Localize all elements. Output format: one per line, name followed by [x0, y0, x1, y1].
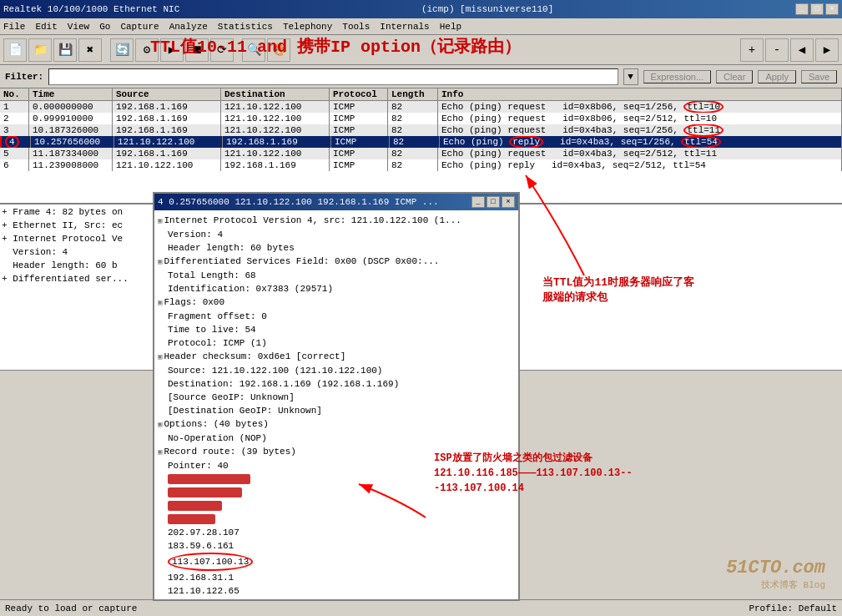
bottom-detail-panel: + Frame 4: 82 bytes on + Ethernet II, Sr… [0, 204, 167, 370]
menu-bar: File Edit View Go Capture Analyze Statis… [0, 18, 842, 35]
table-row[interactable]: 6 11.239008000 121.10.122.100 192.168.1.… [0, 159, 842, 171]
detail-line-ip5: 202.97.28.107 [158, 526, 515, 539]
toolbar-fwd[interactable]: ▶ [815, 38, 839, 62]
menu-analyze[interactable]: Analyze [169, 22, 208, 32]
menu-tools[interactable]: Tools [342, 22, 370, 32]
detail-close-button[interactable]: × [502, 196, 515, 208]
cell-dst: 121.10.122.100 [221, 124, 330, 136]
cell-len: 82 [390, 136, 440, 148]
cell-info: Echo (ping) request id=0x8b06, seq=1/256… [438, 101, 842, 113]
menu-edit[interactable]: Edit [35, 22, 57, 32]
cell-no: 3 [0, 124, 29, 136]
cell-src: 192.168.1.169 [113, 124, 221, 136]
table-row[interactable]: 5 11.187334000 192.168.1.169 121.10.122.… [0, 148, 842, 159]
status-bar: Ready to load or capture Profile: Defaul… [0, 599, 842, 616]
toolbar-reload[interactable]: 🔄 [110, 38, 134, 62]
cell-dst: 192.168.1.169 [221, 159, 330, 171]
cell-time: 0.000000000 [29, 101, 113, 113]
menu-capture[interactable]: Capture [120, 22, 159, 32]
cell-len: 82 [388, 159, 438, 171]
watermark: 51CTO.com 技术博客 Blog [726, 558, 825, 591]
menu-statistics[interactable]: Statistics [218, 22, 273, 32]
menu-telephony[interactable]: Telephony [283, 22, 332, 32]
toolbar-save[interactable]: 💾 [53, 38, 77, 62]
detail-line-ip7: 113.107.100.13 [158, 553, 515, 571]
cell-src: 192.168.1.169 [113, 101, 221, 113]
col-length: Length [388, 88, 438, 100]
detail-dialog-title: 4 0.257656000 121.10.122.100 192.168.1.1… [154, 194, 518, 210]
table-row[interactable]: 4 10.257656000 121.10.122.100 192.168.1.… [0, 136, 842, 148]
table-row[interactable]: 1 0.000000000 192.168.1.169 121.10.122.1… [0, 101, 842, 113]
cell-proto: ICMP [330, 159, 388, 171]
cell-no: 1 [0, 101, 29, 113]
clear-button[interactable]: Clear [716, 70, 753, 83]
detail-line-ip4 [158, 512, 515, 526]
detail-minimize-button[interactable]: _ [471, 196, 485, 208]
col-info: Info [438, 88, 842, 100]
detail-dialog-content: ▣Internet Protocol Version 4, src: 121.1… [154, 210, 518, 599]
toolbar-zoom-out[interactable]: - [765, 38, 789, 62]
cell-no: 6 [0, 159, 29, 171]
menu-go[interactable]: Go [99, 22, 110, 32]
title-bar-text: Realtek 10/100/1000 Ethernet NIC [3, 4, 179, 14]
detail-line-ip: ▣Internet Protocol Version 4, src: 121.1… [158, 214, 515, 228]
cell-dst: 121.10.122.100 [221, 101, 330, 113]
toolbar-back[interactable]: ◀ [790, 38, 814, 62]
detail-line-flags: ▣Flags: 0x00 [158, 295, 515, 310]
table-row[interactable]: 2 0.999910000 192.168.1.169 121.10.122.1… [0, 113, 842, 124]
cell-proto: ICMP [331, 136, 390, 148]
col-time: Time [29, 88, 113, 100]
detail-line-totlen: Total Length: 68 [158, 269, 515, 282]
toolbar-open[interactable]: 📁 [28, 38, 52, 62]
col-protocol: Protocol [330, 88, 388, 100]
cell-time: 11.187334000 [29, 148, 113, 159]
filter-dropdown[interactable]: ▼ [623, 68, 638, 85]
detail-line-src: Source: 121.10.122.100 (121.10.122.100) [158, 364, 515, 377]
apply-button[interactable]: Apply [758, 70, 796, 83]
filter-input[interactable] [48, 68, 618, 85]
detail-line-ip9: 121.10.122.65 [158, 584, 515, 598]
save-button[interactable]: Save [801, 70, 837, 83]
menu-internals[interactable]: Internals [380, 22, 429, 32]
detail-line-options: ▣Options: (40 bytes) [158, 417, 515, 432]
cell-len: 82 [388, 148, 438, 159]
close-button[interactable]: × [825, 3, 839, 15]
title-bar-subtitle: (icmp) [missuniverse110] [179, 4, 795, 14]
annotation-isp: ISP放置了防火墙之类的包过滤设备 121.10.116.185———113.1… [434, 451, 633, 496]
cell-no: 5 [0, 148, 29, 159]
col-no: No. [0, 88, 29, 100]
maximize-button[interactable]: □ [810, 3, 824, 15]
watermark-sub: 技术博客 Blog [726, 578, 825, 591]
cell-dst: 121.10.122.100 [221, 148, 330, 159]
filter-bar: Filter: ▼ Expression... Clear Apply Save [0, 65, 842, 88]
detail-line-version: Version: 4 [158, 228, 515, 241]
cell-time: 10.257656000 [31, 136, 114, 148]
detail-maximize-button[interactable]: □ [487, 196, 500, 208]
watermark-main: 51CTO.com [726, 558, 825, 578]
detail-line-id: Identification: 0x7383 (29571) [158, 282, 515, 295]
toolbar-new[interactable]: 📄 [3, 38, 27, 62]
expression-button[interactable]: Expression... [643, 70, 712, 83]
table-row[interactable]: 3 10.187326000 192.168.1.169 121.10.122.… [0, 124, 842, 136]
menu-view[interactable]: View [68, 22, 89, 32]
cell-info: Echo (ping) reply id=0x4ba3, seq=1/256, … [440, 136, 842, 148]
cell-src: 192.168.1.169 [113, 113, 221, 124]
minimize-button[interactable]: _ [795, 3, 809, 15]
toolbar-zoom-in[interactable]: + [740, 38, 764, 62]
cell-dst: 192.168.1.169 [223, 136, 331, 148]
detail-line-ip6: 183.59.6.161 [158, 539, 515, 553]
detail-dialog-title-text: 4 0.257656000 121.10.122.100 192.168.1.1… [158, 197, 439, 207]
detail-dialog: 4 0.257656000 121.10.122.100 192.168.1.1… [153, 192, 520, 601]
toolbar-close[interactable]: ✖ [78, 38, 102, 62]
menu-help[interactable]: Help [440, 22, 461, 32]
cell-src: 121.10.122.100 [114, 136, 223, 148]
cell-dst: 121.10.122.100 [221, 113, 330, 124]
title-bar-buttons: _ □ × [795, 3, 839, 15]
bottom-detail-line: + Internet Protocol Ve [2, 232, 164, 245]
annotation-ttl11: 当TTL值为11时服务器响应了客服端的请求包 [542, 275, 694, 305]
bottom-detail-line: Header length: 60 b [2, 259, 164, 272]
cell-time: 0.999910000 [29, 113, 113, 124]
col-destination: Destination [221, 88, 330, 100]
cell-info: Echo (ping) reply id=0x4ba3, seq=2/512, … [438, 159, 842, 171]
menu-file[interactable]: File [3, 22, 25, 32]
